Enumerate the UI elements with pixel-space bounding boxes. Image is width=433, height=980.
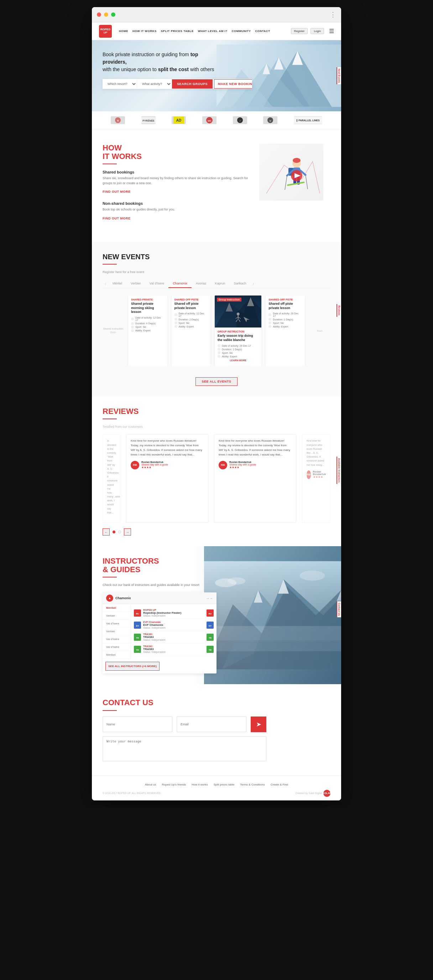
svg-point-23 [293,158,300,163]
tabs-prev-arrow[interactable]: ‹ [102,281,108,286]
event-1-sport: Sport: Ski [131,326,165,329]
how-title: HOW IT WORKS [102,144,252,161]
event-4-type: Shared off piste [268,298,302,301]
contact-message-textarea[interactable] [102,737,266,761]
inst-loc-meritel[interactable]: Méribel [102,604,131,612]
contact-submit-button[interactable]: ➤ [251,716,266,732]
nav-split-prices[interactable]: SPLIT PRICES TABLE [161,30,194,33]
inst-3-info: TRASKI TRASKI Status: Independent [143,633,205,641]
svg-line-32 [305,175,308,189]
inst-loc-verbier2[interactable]: Verbier [102,628,131,635]
inst-loc-val-isere[interactable]: Val d'Isere [102,620,131,628]
browser-menu[interactable]: ⋮ [330,11,336,19]
feat-ability: Ability: Expert [217,355,259,358]
reviewer-2: RB Ruslan Bondarčuk Shared day with a gu… [219,461,292,469]
nav-level[interactable]: WHAT LEVEL AM I? [198,30,227,33]
featured-event-meta: Date of activity: 26 Dec 17 Duration: 1 … [217,344,259,358]
inst-loc-val-isere3[interactable]: Val d'Isère [102,643,131,651]
contact-form: ➤ [102,716,266,761]
make-booking-button[interactable]: MAKE NEW BOOKING [214,79,252,89]
see-all-events-button[interactable]: SEE ALL EVENTS [195,377,237,386]
shared-desc: Share ski, snowboard and board money by … [102,176,252,186]
event-2-ability: Ability: Expert [174,325,208,328]
partner-2: PYRÉNÉE [141,116,156,124]
inst-1-logo: RU [134,609,141,617]
footer-link-how[interactable]: How it works [192,783,208,786]
blah-right-card: Blah [309,296,331,366]
event-card-1-body: Shared private Shared private morning sk… [128,296,167,335]
svg-point-55 [299,571,325,581]
tab-chamonix[interactable]: Chamonix [168,280,192,288]
inst-4-info: TRASKI TRASKI Status: Independent [143,645,205,653]
contact-name-input[interactable] [102,716,173,732]
footer-link-about[interactable]: About us [145,783,156,786]
reviewer-partial: RB Ruslan Bondarčuk ★★★★ [307,471,326,479]
reviewer-2-avatar: RB [219,461,227,469]
login-button[interactable]: Login [310,28,324,34]
new-events-title: NEW EVENTS [102,253,331,261]
event-4-duration: Duration: 1 Day(s) [268,318,302,321]
svg-text:TR: TR [136,649,139,651]
svg-rect-57 [204,640,341,651]
reviews-prev-button[interactable]: ← [102,528,110,536]
nav-community[interactable]: COMMUNITY [232,30,251,33]
tab-val-isere[interactable]: Val d'Isere [145,280,169,288]
learn-more-link[interactable]: Learn More [217,358,259,363]
traffic-light-green[interactable] [111,13,115,17]
tab-kaprun[interactable]: Kaprun [211,280,230,288]
review-partial-text: is devoted to the comedy "Woe from Wit" … [107,439,116,514]
inst-tab-arrow-icon[interactable]: →→ [206,596,213,600]
register-button[interactable]: Register [291,28,308,34]
footer-copyright: © 2016-2017 ROPED UP. ALL RIGHTS RESERVE… [102,792,161,794]
reviews-section: REVIEWS Testified from our customers is … [92,396,341,546]
tab-avoriaz[interactable]: Avoriaz [192,280,211,288]
nav-home[interactable]: HOME [119,30,128,33]
inst-tab-label[interactable]: Chamonix [115,596,206,600]
shared-find-out-link[interactable]: FIND OUT MORE [102,190,131,193]
event-card-1: Shared private Shared private morning sk… [128,296,167,366]
search-groups-button[interactable]: SEARCH GROUPS [172,79,213,89]
event-4-title: Shared off piste private lesson [268,302,302,310]
see-all-instructors-button[interactable]: SEE ALL INSTRUCTORS (+6 MORE) [105,662,160,671]
activity-select[interactable]: What activity? [137,79,172,89]
navbar: ROPED UP HOME HOW IT WORKS SPLIT PRICES … [92,22,341,40]
event-1-duration: Duration: 4 Day(s) [131,322,165,325]
footer-bottom: © 2016-2017 ROPED UP. ALL RIGHTS RESERVE… [102,790,331,797]
tabs-next-arrow[interactable]: › [251,281,256,286]
footer-link-create[interactable]: Create & Find [271,783,288,786]
nav-contact[interactable]: CONTACT [255,30,270,33]
traffic-light-red[interactable] [97,13,101,17]
contact-divider [102,710,117,711]
svg-text:TR: TR [209,637,212,639]
category-tabs: ‹ Méritel Verbier Val d'Isere Chamonix A… [102,280,331,288]
search-bar: Which resort? What activity? SEARCH GROU… [102,79,252,89]
inst-loc-val-isere2[interactable]: Val d'Isère [102,635,131,643]
tab-meritel[interactable]: Méritel [108,280,126,288]
inst-loc-verbier[interactable]: Verbier [102,612,131,620]
logo[interactable]: ROPED UP [99,25,112,38]
event-4-date: Date of activity: 26 Dec 17 [268,312,302,317]
contact-submit-icon: ➤ [256,721,261,728]
resort-select[interactable]: Which resort? [102,79,137,89]
nonshared-find-out-link[interactable]: FIND OUT MORE [102,216,131,220]
nav-how-it-works[interactable]: HOW IT WORKS [133,30,157,33]
hamburger-icon[interactable]: ☰ [329,28,334,35]
footer-link-friends[interactable]: Roped Up's friends [162,783,186,786]
contact-email-input[interactable] [177,716,246,732]
tab-sarikach[interactable]: Sarikach [230,280,251,288]
how-illustration [259,144,331,200]
footer-link-split[interactable]: Split prices table [214,783,235,786]
svg-text:EV: EV [209,625,211,627]
inst-loc-meritel2[interactable]: Méribel [102,651,131,659]
character-img [259,144,323,200]
traffic-light-yellow[interactable] [104,13,108,17]
footer-link-terms[interactable]: Terms & Conditions [240,783,265,786]
svg-text:M: M [270,120,271,122]
featured-event-img: Group instruction [215,296,261,328]
event-1-date: Date of activity: 12 Dec 17 [131,317,165,321]
contact-row-1: ➤ [102,716,266,732]
reviews-next-button[interactable]: → [124,528,131,536]
event-1-meta: Date of activity: 12 Dec 17 Duration: 4 … [131,317,165,332]
feat-duration: Duration: 1 Day(s) [217,348,259,351]
tab-verbier[interactable]: Verbier [126,280,145,288]
